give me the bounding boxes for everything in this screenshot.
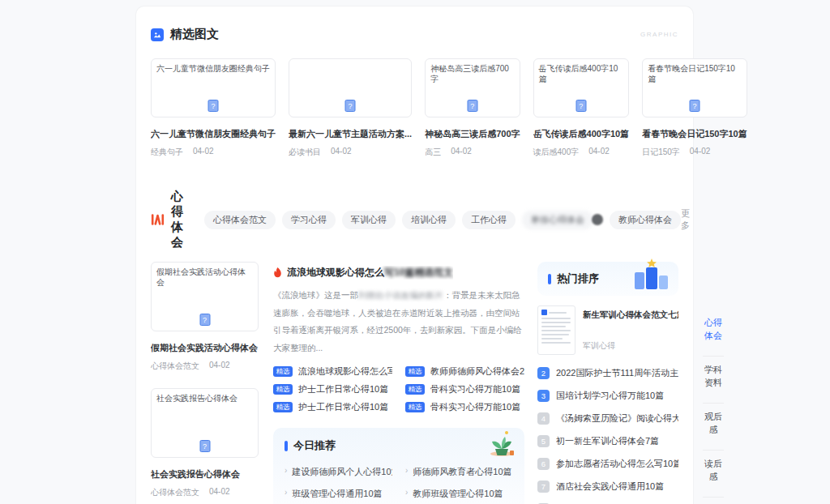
sidenav-item-xinde-tihui[interactable]: 心得体会 — [697, 310, 729, 349]
card-meta: 日记150字 04-02 — [642, 147, 747, 158]
broken-image-icon: ? — [199, 440, 210, 452]
card-date: 04-02 — [331, 147, 352, 158]
tab-gongzuo-xinde[interactable]: 工作心得 — [462, 211, 516, 229]
today-item[interactable]: ›教师班级管理心得10篇 — [405, 488, 513, 500]
today-item[interactable]: ›建设师德师风个人心得10篇 — [285, 466, 392, 478]
card-tag[interactable]: 读后感400字 — [533, 147, 580, 158]
card-meta: 心得体会范文 04-02 — [151, 361, 259, 372]
card-thumbnail: 神秘岛高三读后感700字 ? — [425, 58, 520, 117]
broken-image-icon: ? — [199, 314, 210, 326]
featured-card[interactable]: 六一儿童节微信朋友圈经典句子 ? 六一儿童节微信朋友圈经典句子 经典句子 04-… — [151, 58, 276, 158]
featured-article-title[interactable]: 流浪地球观影心得怎么写10篇精选范文 — [287, 266, 453, 280]
featured-card[interactable]: 看春节晚会日记150字10篇 ? 看春节晚会日记150字10篇 日记150字 0… — [642, 58, 747, 158]
picked-item[interactable]: 精选骨科实习心得万能10篇 — [405, 401, 524, 413]
card-tag[interactable]: 心得体会范文 — [151, 487, 199, 498]
card-thumbnail: ? — [289, 58, 412, 117]
picked-item[interactable]: 精选护士工作日常心得10篇 — [273, 401, 392, 413]
featured-section-title: 精选图文 — [170, 27, 219, 42]
tab-xinde-fanwen[interactable]: 心得体会范文 — [204, 211, 276, 229]
picked-badge: 精选 — [273, 366, 293, 377]
card-thumbnail: 看春节晚会日记150字10篇 ? — [642, 58, 747, 117]
featured-card[interactable]: 神秘岛高三读后感700字 ? 神秘岛高三读后感700字 高三 04-02 — [425, 58, 520, 158]
rank-item[interactable]: 6参加志愿者活动心得怎么写10篇 — [537, 458, 678, 470]
broken-image-icon: ? — [467, 100, 477, 112]
card-title[interactable]: 假期社会实践活动心得体会 — [151, 342, 259, 354]
rank-item[interactable]: 7酒店社会实践心得通用10篇 — [537, 481, 678, 493]
podium-illustration-icon — [631, 257, 672, 291]
card-tag[interactable]: 必读书目 — [289, 147, 321, 158]
card-thumbnail: 社会实践报告心得体会 ? — [151, 388, 259, 458]
today-recommend-title: 今日推荐 — [293, 438, 336, 453]
featured-card[interactable]: ? 最新六一儿童节主题活动方案... 必读书目 04-02 — [289, 58, 412, 158]
thumbnail-alt-text: 假期社会实践活动心得体会 — [152, 263, 258, 288]
picked-badge: 精选 — [405, 402, 425, 412]
rank-badge: 2 — [537, 367, 550, 379]
xinde-section-title: 心得体会 — [171, 189, 183, 250]
today-item[interactable]: ›班级管理心得通用10篇 — [285, 488, 392, 500]
today-item[interactable]: ›师德师风教育者心得10篇 — [405, 466, 513, 478]
card-title[interactable]: 看春节晚会日记150字10篇 — [642, 128, 747, 140]
card-title[interactable]: 神秘岛高三读后感700字 — [425, 128, 520, 140]
sidenav-item-duhougan[interactable]: 读后感 — [697, 443, 729, 490]
rank-badge: 6 — [537, 458, 550, 470]
section-bar-icon — [285, 441, 288, 451]
card-title[interactable]: 社会实践报告心得体会 — [151, 468, 259, 481]
rank-item[interactable]: 4《汤姆索亚历险记》阅读心得大全10篇 — [537, 412, 678, 425]
picture-icon — [151, 28, 164, 41]
sidenav-item-gongzuo-jihua[interactable]: 工作计划 — [697, 490, 729, 504]
thumbnail-alt-text — [289, 59, 411, 63]
featured-section: 精选图文 GRAPHIC 六一儿童节微信朋友圈经典句子 ? 六一儿童节微信朋友圈… — [151, 6, 678, 158]
rank-badge: 3 — [537, 390, 550, 402]
thumbnail-alt-text: 六一儿童节微信朋友圈经典句子 — [152, 59, 275, 74]
hot-rank-title: 热门排序 — [557, 271, 599, 286]
card-tag[interactable]: 心得体会范文 — [151, 361, 199, 372]
card-date: 04-02 — [209, 361, 230, 372]
card-date: 04-02 — [209, 487, 230, 498]
chevron-right-icon: › — [405, 488, 408, 500]
featured-card[interactable]: 岳飞传读后感400字10篇 ? 岳飞传读后感400字10篇 读后感400字 04… — [533, 58, 630, 158]
tab-blurred[interactable]: 寒假心得体会 — [522, 211, 593, 229]
picked-item[interactable]: 精选护士工作日常心得10篇 — [273, 383, 392, 395]
tab-peixun-xinde[interactable]: 培训心得 — [402, 211, 456, 229]
thumbnail-alt-text: 岳飞传读后感400字10篇 — [534, 59, 629, 84]
card-tag[interactable]: 高三 — [425, 147, 441, 158]
card-title[interactable]: 六一儿童节微信朋友圈经典句子 — [151, 128, 276, 140]
picked-item[interactable]: 精选教师师德师风心得体会2022年10篇 — [405, 365, 524, 378]
xinde-card[interactable]: 假期社会实践活动心得体会 ? 假期社会实践活动心得体会 心得体会范文 04-02 — [151, 262, 259, 372]
picked-list: 精选流浪地球观影心得怎么写10篇 精选教师师德师风心得体会2022年10篇 精选… — [273, 365, 524, 413]
rank-item[interactable]: 5初一新生军训心得体会7篇 — [537, 435, 678, 447]
card-thumbnail: 假期社会实践活动心得体会 ? — [151, 262, 259, 331]
tab-junxun-xinde[interactable]: 军训心得 — [342, 211, 396, 229]
graphic-watermark: GRAPHIC — [640, 31, 678, 38]
xinde-left-column: 假期社会实践活动心得体会 ? 假期社会实践活动心得体会 心得体会范文 04-02… — [151, 262, 259, 504]
card-tag[interactable]: 日记150字 — [642, 147, 680, 158]
xinde-section: 心得体会 心得体会范文 学习心得 军训心得 培训心得 工作心得 寒假心得体会 教… — [151, 189, 678, 504]
tab-xuexi-xinde[interactable]: 学习心得 — [282, 211, 336, 229]
picked-item[interactable]: 精选流浪地球观影心得怎么写10篇 — [273, 365, 392, 378]
card-meta: 读后感400字 04-02 — [533, 147, 630, 158]
card-tag[interactable]: 经典句子 — [151, 147, 183, 158]
site-logo-icon — [151, 213, 165, 226]
picked-item[interactable]: 精选骨科实习心得万能10篇 — [405, 383, 524, 395]
xinde-more-link[interactable]: 更多 — [681, 207, 690, 232]
tab-jiaoshi-xinde[interactable]: 教师心得体会 — [610, 211, 681, 229]
card-meta: 必读书目 04-02 — [289, 147, 412, 158]
flame-icon — [273, 267, 282, 278]
rank-item[interactable]: 3国培计划学习心得万能10篇 — [537, 390, 678, 402]
main-panel: 精选图文 GRAPHIC 六一儿童节微信朋友圈经典句子 ? 六一儿童节微信朋友圈… — [136, 6, 693, 504]
rank-item[interactable]: 22022国际护士节111周年活动主题有感 — [537, 367, 678, 379]
broken-image-icon: ? — [689, 100, 700, 112]
card-title[interactable]: 岳飞传读后感400字10篇 — [533, 128, 630, 140]
chevron-right-icon: › — [285, 466, 287, 478]
hot-rank-top-item[interactable]: 新生军训心得体会范文七篇 军训心得 — [537, 305, 678, 355]
sidenav-item-guanhougan[interactable]: 观后感 — [697, 396, 729, 443]
sidenav-item-xueke-ziliao[interactable]: 学科资料 — [697, 349, 729, 396]
card-thumbnail: 岳飞传读后感400字10篇 ? — [533, 58, 630, 117]
chevron-right-icon: › — [285, 488, 287, 500]
hot-top-tag: 军训心得 — [583, 340, 678, 352]
hot-top-title[interactable]: 新生军训心得体会范文七篇 — [583, 310, 678, 321]
xinde-card[interactable]: 社会实践报告心得体会 ? 社会实践报告心得体会 心得体会范文 04-02 — [151, 388, 259, 498]
side-nav: 心得体会 学科资料 观后感 读后感 工作计划 — [697, 310, 729, 504]
hot-rank-column: 热门排序 — [537, 262, 678, 504]
card-title[interactable]: 最新六一儿童节主题活动方案... — [289, 128, 412, 140]
